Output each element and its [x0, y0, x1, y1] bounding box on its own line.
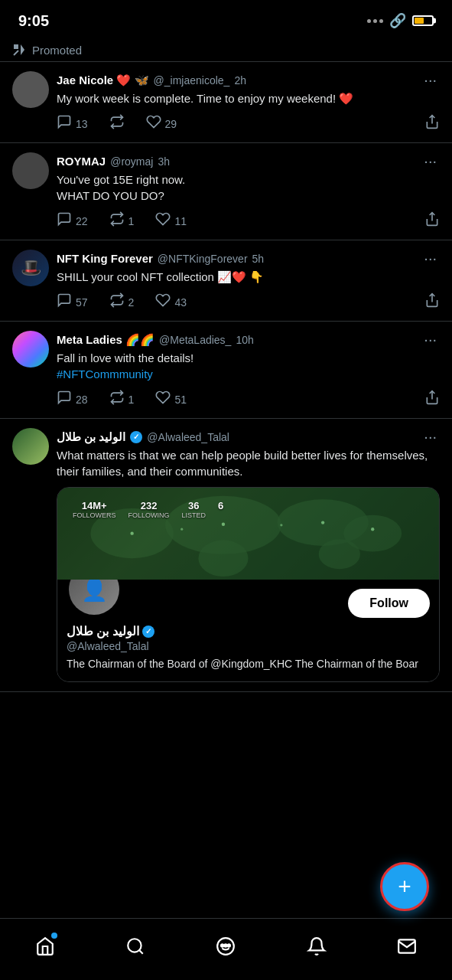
- tweet-name: الوليد بن طلال: [57, 430, 125, 444]
- promoted-label: Promoted: [32, 44, 82, 57]
- tweet-user: الوليد بن طلال ✓ @Alwaleed_Talal: [57, 430, 229, 444]
- like-count: 11: [174, 215, 187, 227]
- tweet-actions: 13 29: [57, 114, 440, 133]
- stat-listed-num: 36: [188, 500, 199, 511]
- tweet-header: Jae Nicole ❤️ 🦋 @_imjaenicole_ 2h ··· My…: [12, 71, 440, 133]
- reply-button[interactable]: 57: [57, 292, 88, 312]
- like-icon: [155, 292, 171, 312]
- like-button[interactable]: 51: [155, 390, 187, 409]
- follow-button[interactable]: Follow: [348, 589, 430, 618]
- reply-icon: [57, 292, 72, 312]
- status-time: 9:05: [18, 12, 49, 30]
- retweet-button[interactable]: 2: [109, 292, 135, 312]
- like-button[interactable]: 43: [155, 292, 187, 312]
- tweet-meta: NFT King Forever @NFTKingForever 5h ···: [57, 250, 440, 267]
- svg-line-2: [14, 51, 18, 55]
- tweet-meta: الوليد بن طلال ✓ @Alwaleed_Talal ···: [57, 428, 440, 446]
- share-button[interactable]: [424, 211, 440, 230]
- tweet-content: You've got 15E right now.WHAT DO YOU DO?: [57, 172, 440, 204]
- tweet-user: Meta Ladies 🌈🌈 @MetaLadies_ 10h: [57, 333, 254, 347]
- tweet-item: ROYMAJ @roymaj 3h ··· You've got 15E rig…: [0, 143, 452, 240]
- stat-following: 232 FOLLOWING: [128, 500, 170, 519]
- verified-badge: ✓: [130, 431, 142, 443]
- like-button[interactable]: 11: [155, 211, 187, 230]
- tweet-more-button[interactable]: ···: [421, 250, 440, 267]
- svg-point-17: [371, 528, 374, 531]
- share-icon: [424, 211, 440, 230]
- like-icon: [146, 114, 161, 133]
- tweet-more-button[interactable]: ···: [421, 331, 440, 348]
- svg-point-19: [280, 524, 282, 526]
- retweet-button[interactable]: 1: [109, 390, 135, 409]
- reply-button[interactable]: 28: [57, 390, 88, 409]
- tweet-body: Meta Ladies 🌈🌈 @MetaLadies_ 10h ··· Fall…: [57, 331, 440, 409]
- reply-count: 28: [76, 394, 88, 406]
- tweet-content: My work week is complete. Time to enjoy …: [57, 90, 440, 106]
- tweet-name: NFT King Forever: [57, 252, 153, 265]
- avatar: [12, 152, 49, 189]
- profile-card-verified-badge: ✓: [142, 626, 154, 638]
- share-button[interactable]: [424, 390, 440, 409]
- profile-card: 14M+ FOLLOWERS 232 FOLLOWING 36 LISTED: [57, 487, 440, 682]
- tweet-handle: @roymaj: [110, 155, 153, 168]
- stat-followers: 14M+ FOLLOWERS: [73, 500, 116, 519]
- svg-point-14: [222, 523, 225, 526]
- tweet-name: ROYMAJ: [57, 155, 106, 168]
- like-icon: [155, 390, 171, 409]
- svg-point-24: [225, 944, 227, 946]
- link-icon: 🔗: [389, 12, 406, 29]
- profile-stats: 14M+ FOLLOWERS 232 FOLLOWING 36 LISTED: [63, 494, 233, 519]
- tweet-time: 10h: [236, 334, 253, 346]
- hashtag-link[interactable]: #NFTCommmunity: [57, 368, 153, 381]
- retweet-button[interactable]: [109, 114, 125, 133]
- tweet-header: Meta Ladies 🌈🌈 @MetaLadies_ 10h ··· Fall…: [12, 331, 440, 409]
- profile-card-handle: @Alwaleed_Talal: [67, 640, 430, 652]
- reply-icon: [57, 390, 72, 409]
- share-button[interactable]: [424, 114, 440, 133]
- svg-point-10: [198, 540, 248, 577]
- stat-other-num: 6: [218, 500, 223, 511]
- reply-button[interactable]: 22: [57, 211, 88, 230]
- retweet-button[interactable]: 1: [109, 211, 135, 230]
- retweet-count: 1: [128, 394, 135, 406]
- tweet-body: الوليد بن طلال ✓ @Alwaleed_Talal ··· Wha…: [57, 428, 440, 682]
- search-nav-button[interactable]: [117, 928, 154, 965]
- like-count: 51: [174, 394, 187, 406]
- battery-icon: [412, 15, 434, 26]
- reply-icon: [57, 211, 72, 230]
- tweet-item: الوليد بن طلال ✓ @Alwaleed_Talal ··· Wha…: [0, 419, 452, 692]
- profile-card-body: 👤 Follow الوليد بن طلال ✓ @Alwaleed_Tala…: [57, 580, 439, 681]
- retweet-count: 1: [128, 215, 135, 227]
- compose-fab-button[interactable]: +: [380, 862, 429, 911]
- share-button[interactable]: [424, 292, 440, 312]
- messages-nav-button[interactable]: [389, 928, 425, 965]
- svg-line-21: [139, 950, 143, 954]
- tweet-handle: @_imjaenicole_: [154, 74, 230, 87]
- profile-card-banner: 14M+ FOLLOWERS 232 FOLLOWING 36 LISTED: [57, 488, 439, 580]
- tweet-handle: @Alwaleed_Talal: [147, 431, 229, 443]
- like-count: 43: [174, 296, 187, 309]
- reply-count: 22: [76, 215, 88, 227]
- share-icon: [424, 390, 440, 409]
- svg-point-13: [319, 539, 360, 569]
- svg-point-16: [130, 531, 133, 534]
- retweet-icon: [109, 390, 125, 409]
- avatar: [12, 71, 49, 108]
- status-icons: 🔗: [367, 12, 434, 29]
- svg-point-23: [222, 944, 224, 946]
- home-nav-button[interactable]: [27, 928, 63, 965]
- tweet-more-button[interactable]: ···: [421, 71, 440, 89]
- stat-other: 6: [218, 500, 223, 519]
- spaces-nav-button[interactable]: [207, 928, 244, 965]
- reply-button[interactable]: 13: [57, 114, 88, 133]
- retweet-icon: [109, 292, 125, 312]
- svg-point-20: [128, 939, 141, 952]
- like-button[interactable]: 29: [146, 114, 177, 133]
- tweet-more-button[interactable]: ···: [421, 152, 440, 170]
- like-count: 29: [165, 118, 177, 130]
- notifications-nav-button[interactable]: [298, 928, 335, 965]
- svg-point-15: [321, 521, 324, 524]
- bottom-nav: [0, 918, 452, 980]
- tweet-more-button[interactable]: ···: [421, 428, 440, 446]
- reply-count: 13: [76, 118, 88, 130]
